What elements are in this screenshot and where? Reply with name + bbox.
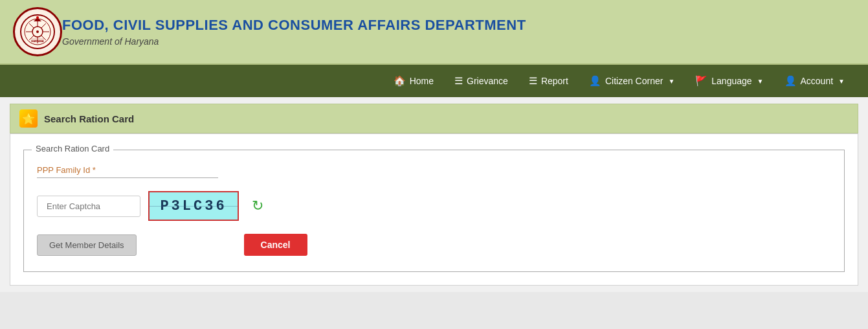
form-buttons-row: Get Member Details Cancel [37,234,831,256]
captcha-row: P3LC36 ↻ [37,191,831,221]
svg-text:HARYANA: HARYANA [31,40,44,43]
ppp-family-id-input[interactable] [37,161,218,178]
home-icon: 🏠 [394,75,406,87]
nav-citizen-corner[interactable]: 👤 Citizen Corner ▼ [579,65,685,97]
fieldset-legend: Search Ration Card [32,144,113,153]
svg-point-3 [36,30,39,33]
ppp-family-id-row [37,161,831,178]
page-header: HARYANA FOOD, CIVIL SUPPLIES AND CONSUME… [0,0,868,65]
section-title: Search Ration Card [44,113,134,124]
page-content-area: ⭐ Search Ration Card Search Ration Card … [0,97,868,292]
cancel-button[interactable]: Cancel [244,234,307,256]
get-member-details-button[interactable]: Get Member Details [37,234,137,256]
nav-citizen-label: Citizen Corner [605,76,663,86]
section-header-bar: ⭐ Search Ration Card [10,104,858,133]
nav-home[interactable]: 🏠 Home [383,65,444,97]
nav-report[interactable]: ☰ Report [518,65,579,97]
citizen-dropdown-arrow: ▼ [668,78,674,85]
search-fieldset: Search Ration Card P3LC36 ↻ Get Member [23,150,845,272]
nav-account-label: Account [801,76,834,86]
svg-point-12 [36,16,39,19]
nav-grievance[interactable]: ☰ Grievance [444,65,518,97]
captcha-image: P3LC36 [148,191,239,221]
report-icon: ☰ [529,75,537,87]
nav-home-label: Home [410,76,434,86]
department-title: FOOD, CIVIL SUPPLIES AND CONSUMER AFFAIR… [62,17,526,34]
section-header-icon: ⭐ [19,109,38,128]
account-icon: 👤 [785,75,797,87]
citizen-icon: 👤 [589,75,601,87]
main-navbar: 🏠 Home ☰ Grievance ☰ Report 👤 Citizen Co… [0,65,868,97]
nav-language-label: Language [711,76,751,86]
nav-account[interactable]: 👤 Account ▼ [774,65,856,97]
nav-language[interactable]: 🚩 Language ▼ [685,65,773,97]
language-dropdown-arrow: ▼ [757,78,764,85]
grievance-icon: ☰ [454,75,463,87]
captcha-refresh-button[interactable]: ↻ [247,195,269,217]
captcha-input[interactable] [37,196,140,217]
nav-grievance-label: Grievance [467,76,508,86]
nav-report-label: Report [541,76,568,86]
account-dropdown-arrow: ▼ [838,78,845,85]
government-subtitle: Government of Haryana [62,36,526,47]
form-container: Search Ration Card P3LC36 ↻ Get Member [10,133,858,286]
ppp-family-id-field[interactable] [37,161,218,178]
captcha-text: P3LC36 [160,198,227,214]
header-text-block: FOOD, CIVIL SUPPLIES AND CONSUMER AFFAIR… [62,17,526,47]
government-emblem: HARYANA [13,7,62,56]
language-icon: 🚩 [695,75,707,87]
